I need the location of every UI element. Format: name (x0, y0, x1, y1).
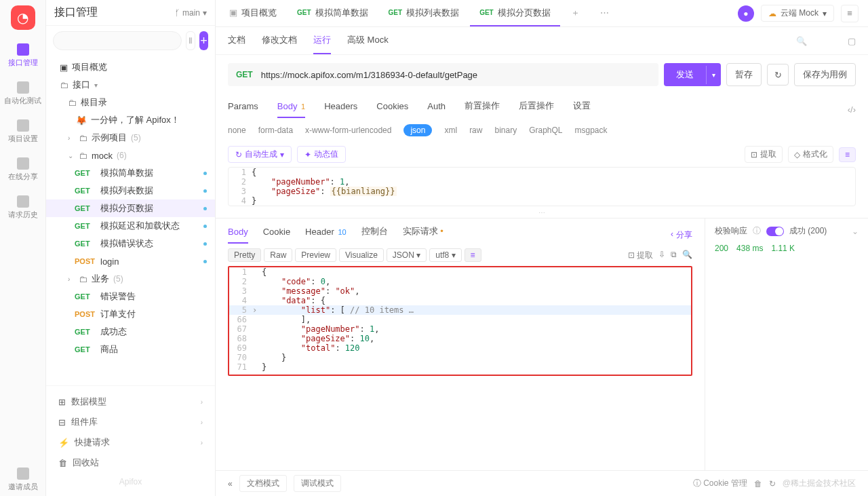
subtab-edit[interactable]: 修改文档 (262, 34, 297, 54)
reset-button[interactable]: ↻ (767, 64, 789, 85)
branch-selector[interactable]: ᚶ main ▾ (175, 8, 207, 18)
reqtab-pre[interactable]: 前置操作 (465, 100, 500, 119)
subtab-run[interactable]: 运行 (313, 34, 331, 54)
tab-more[interactable]: ⋯ (591, 0, 618, 26)
seg-raw[interactable]: Raw (264, 248, 292, 262)
body-type-x-www-form-urlencoded[interactable]: x-www-form-urlencoded (305, 126, 391, 135)
resptab-actual[interactable]: 实际请求 • (403, 225, 443, 244)
add-button[interactable]: + (199, 31, 208, 50)
send-button[interactable]: 发送▾ (664, 63, 721, 86)
body-type-msgpack[interactable]: msgpack (575, 126, 608, 135)
request-body-editor[interactable]: 1{2 "pageNumber": 1,3 "pageSize": {{bian… (228, 167, 856, 206)
reqtab-headers[interactable]: Headers (324, 101, 357, 118)
sb-quickreq[interactable]: ⚡快捷请求› (46, 432, 215, 453)
reqtab-settings[interactable]: 设置 (573, 100, 591, 119)
share-button[interactable]: ‹ 分享 (671, 229, 692, 241)
filter-button[interactable]: ⫴ (186, 31, 195, 50)
api-item[interactable]: GET模拟延迟和加载状态 (46, 217, 215, 235)
url-input[interactable]: GEThttps://mock.apifox.com/m1/3186934-0-… (228, 63, 658, 86)
tree-interfaces[interactable]: 🗀接口 ▾ (46, 76, 215, 94)
menu-button[interactable]: ≡ (841, 5, 859, 22)
reqtab-params[interactable]: Params (228, 101, 258, 118)
sb-components[interactable]: ⊟组件库› (46, 412, 215, 432)
api-item[interactable]: POSTlogin (46, 252, 215, 270)
sb-trash[interactable]: 🗑回收站 (46, 453, 215, 473)
tree-folder-example[interactable]: ›🗀示例项目 (5) (46, 129, 215, 147)
format-select[interactable]: JSON ▾ (387, 248, 427, 262)
tab-add[interactable]: ＋ (561, 0, 589, 26)
tab-overview[interactable]: ▣项目概览 (220, 0, 286, 26)
sb-datamodel[interactable]: ⊞数据模型› (46, 392, 215, 412)
mode-debug[interactable]: 调试模式 (294, 475, 341, 492)
expand-icon[interactable]: ▢ (848, 36, 856, 53)
body-type-xml[interactable]: xml (444, 126, 457, 135)
send-dropdown[interactable]: ▾ (706, 66, 721, 84)
body-type-none[interactable]: none (228, 126, 246, 135)
code-icon[interactable]: ‹/› (848, 104, 856, 115)
download-icon[interactable]: ⇩ (658, 250, 665, 261)
reqtab-post[interactable]: 后置操作 (519, 100, 554, 119)
resptab-cookie[interactable]: Cookie (263, 227, 290, 244)
body-type-raw[interactable]: raw (469, 126, 482, 135)
tab-page[interactable]: GET模拟分页数据 (470, 0, 560, 26)
api-item[interactable]: GET模拟简单数据 (46, 164, 215, 182)
tree-folder-mock[interactable]: ⌄🗀mock (6) (46, 147, 215, 164)
help-icon[interactable]: ⓘ (753, 225, 761, 237)
resize-handle[interactable]: ⋯ (216, 209, 868, 218)
mode-doc[interactable]: 文档模式 (239, 475, 287, 492)
api-item[interactable]: POST订单支付 (46, 305, 215, 323)
rail-invite[interactable]: 邀请成员 (4, 463, 42, 496)
extract-button[interactable]: ⊡ 提取 (745, 146, 783, 163)
reqtab-auth[interactable]: Auth (427, 101, 446, 118)
body-type-GraphQL[interactable]: GraphQL (529, 126, 562, 135)
search-icon[interactable]: 🔍 (682, 250, 692, 261)
subtab-doc[interactable]: 文档 (228, 34, 245, 54)
validate-toggle[interactable] (766, 227, 784, 236)
api-item[interactable]: GET商品 (46, 341, 215, 358)
reqtab-body[interactable]: Body 1 (277, 101, 305, 118)
body-type-json[interactable]: json (403, 124, 432, 136)
resptab-console[interactable]: 控制台 (361, 225, 388, 244)
user-avatar[interactable]: ● (738, 5, 754, 22)
rail-settings[interactable]: 项目设置 (4, 115, 42, 148)
wrap-toggle[interactable]: ≡ (465, 248, 481, 262)
api-item[interactable]: GET模拟分页数据 (46, 199, 215, 217)
response-body-editor[interactable]: 1{2 "code": 0,3 "message": "ok",4 "data"… (228, 266, 692, 376)
search-input[interactable] (53, 31, 182, 50)
dynamic-button[interactable]: ✦ 动态值 (297, 146, 346, 163)
trash-icon[interactable]: 🗑 (754, 479, 762, 489)
rail-automation[interactable]: 自动化测试 (4, 77, 42, 110)
env-selector[interactable]: ☁云端 Mock ▾ (761, 5, 834, 22)
api-item[interactable]: GET错误警告 (46, 288, 215, 305)
rail-share[interactable]: 在线分享 (4, 153, 42, 186)
encoding-select[interactable]: utf8 ▾ (429, 248, 461, 262)
tab-list[interactable]: GET模拟列表数据 (379, 0, 469, 26)
cookie-mgmt[interactable]: ⓘ Cookie 管理 (693, 478, 747, 489)
resp-extract-button[interactable]: ⊡ 提取 (628, 250, 653, 261)
tab-simple[interactable]: GET模拟简单数据 (288, 0, 378, 26)
seg-preview[interactable]: Preview (295, 248, 336, 262)
tree-root[interactable]: 🗀根目录 (46, 94, 215, 111)
copy-icon[interactable]: ⧉ (671, 250, 677, 261)
wrap-button[interactable]: ≡ (839, 147, 856, 162)
tree-overview[interactable]: ▣项目概览 (46, 58, 215, 76)
refresh-icon[interactable]: ↻ (769, 479, 776, 489)
api-item[interactable]: GET模拟错误状态 (46, 235, 215, 252)
api-item[interactable]: GET成功态 (46, 323, 215, 341)
autogen-button[interactable]: ↻ 自动生成 ▾ (228, 146, 292, 163)
chevron-down-icon[interactable]: ⌄ (852, 227, 859, 236)
save-as-button[interactable]: 保存为用例 (794, 63, 856, 86)
reqtab-cookies[interactable]: Cookies (376, 101, 408, 118)
body-type-binary[interactable]: binary (494, 126, 517, 135)
body-type-form-data[interactable]: form-data (258, 126, 293, 135)
subtab-mock[interactable]: 高级 Mock (347, 34, 389, 54)
collapse-button[interactable]: « (228, 479, 233, 489)
rail-history[interactable]: 请求历史 (4, 191, 42, 224)
resptab-header[interactable]: Header 10 (305, 227, 347, 244)
stash-button[interactable]: 暂存 (726, 63, 762, 86)
format-button[interactable]: ◇ 格式化 (788, 146, 833, 163)
tree-quickstart[interactable]: 🦊一分钟，了解 Apifox！ (46, 111, 215, 129)
tree-folder-biz[interactable]: ›🗀业务 (5) (46, 270, 215, 288)
resptab-body[interactable]: Body (228, 227, 248, 244)
seg-pretty[interactable]: Pretty (228, 248, 261, 262)
